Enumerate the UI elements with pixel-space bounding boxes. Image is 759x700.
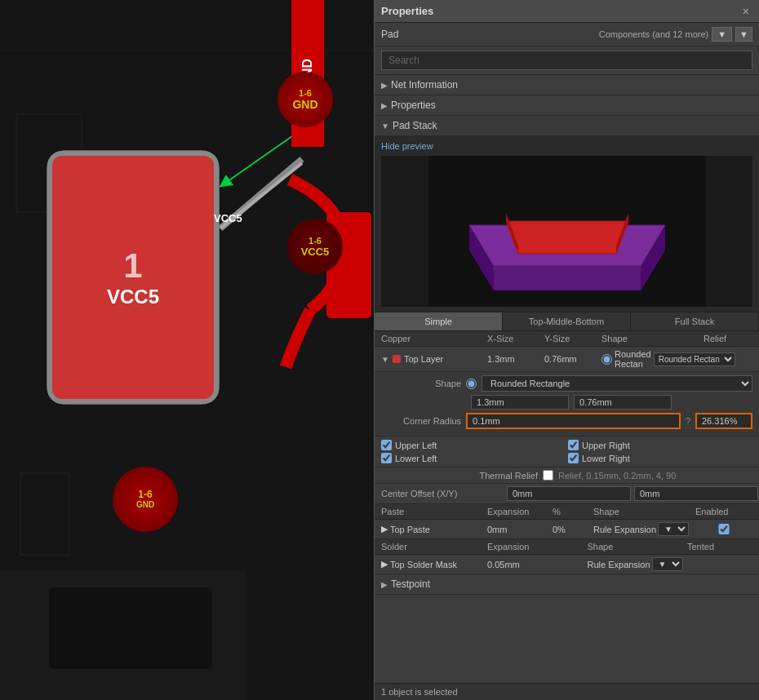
corner-radius-label: Corner Radius (388, 416, 461, 426)
dropdown-button[interactable]: ▼ (735, 27, 752, 42)
x-size-input[interactable] (471, 395, 569, 410)
checkboxes-section: Upper Left Upper Right Lower Left Lower … (375, 436, 759, 467)
top-layer-name: Top Layer (404, 354, 443, 364)
layer-name-cell: ▼ Top Layer (381, 354, 487, 364)
top-paste-percent: 0% (553, 525, 593, 534)
vcc5-side-label: VCC5 (214, 212, 242, 224)
net-info-arrow: ▶ (381, 81, 388, 90)
solder-table-header: Solder Expansion Shape Tented (375, 539, 759, 555)
top-paste-enabled[interactable] (695, 524, 752, 534)
preview-area: Hide preview (375, 136, 759, 312)
upper-right-label: Upper Right (582, 441, 630, 450)
upper-left-checkbox[interactable] (381, 440, 392, 450)
shape-row: Shape Rounded Rectangle (388, 375, 752, 392)
net-information-header[interactable]: ▶ Net Information (375, 75, 759, 95)
upper-left-item: Upper Left (381, 440, 566, 450)
top-paste-shape-cell: Rule Expansion ▼ (593, 522, 695, 536)
properties-label: Properties (391, 100, 436, 111)
solder-col-expansion: Expansion (487, 542, 588, 552)
padstack-arrow: ▼ (381, 122, 389, 131)
top-paste-expand-icon: ▶ (381, 524, 388, 534)
top-solder-expand-icon: ▶ (381, 559, 388, 569)
lower-right-label: Lower Right (582, 454, 630, 463)
expanded-shape-section: Shape Rounded Rectangle Corner Radius ? (375, 372, 759, 436)
gnd-bottom-pin: 1-6 (138, 490, 152, 500)
upper-right-checkbox[interactable] (568, 440, 579, 450)
col-y-size: Y-Size (544, 334, 601, 343)
layer-expand-icon: ▼ (381, 355, 389, 364)
vcc5-pad[interactable]: 1 VCC5 (47, 151, 219, 404)
close-button[interactable]: × (739, 5, 752, 18)
top-solder-label: Top Solder Mask (390, 560, 457, 569)
pcb-canvas: GND 1-6 GND 1 VCC5 VCC5 1-6 VCC5 1-6 GND (0, 0, 374, 700)
top-layer-ysize: 0.76mm (544, 354, 601, 364)
top-layer-xsize: 1.3mm (487, 354, 544, 364)
thermal-label: Thermal Relief (464, 471, 538, 481)
hide-preview-link[interactable]: Hide preview (381, 141, 752, 151)
tab-top-middle-bottom[interactable]: Top-Middle-Bottom (503, 312, 631, 330)
paste-table-header: Paste Expansion % Shape Enabled (375, 504, 759, 520)
padstack-header[interactable]: ▼ Pad Stack (375, 116, 759, 136)
top-paste-name-cell: ▶ Top Paste (381, 524, 487, 534)
gnd-bottom-label: GND (136, 500, 154, 509)
lower-right-checkbox[interactable] (568, 453, 579, 463)
top-paste-shape-dropdown[interactable]: ▼ (658, 522, 689, 536)
top-layer-shape: Rounded Rectan (615, 349, 651, 369)
shape-dropdown[interactable]: Rounded Rectangle (482, 375, 752, 392)
filter-button[interactable]: ▼ (712, 27, 732, 42)
components-text: Components (and 12 more) (599, 29, 709, 39)
checkboxes-grid: Upper Left Upper Right Lower Left Lower … (381, 440, 752, 463)
layer-color-dot (393, 355, 401, 363)
status-text: 1 object is selected (381, 687, 458, 697)
tab-simple[interactable]: Simple (375, 312, 503, 330)
y-size-input[interactable] (574, 395, 672, 410)
search-row (375, 47, 759, 75)
shape-radio[interactable] (601, 354, 612, 365)
corner-help-icon[interactable]: ? (686, 416, 690, 426)
scrollable-content: ▶ Net Information ▶ Properties ▼ Pad Sta… (375, 75, 759, 683)
lower-left-checkbox[interactable] (381, 453, 392, 463)
thermal-checkbox[interactable] (543, 470, 553, 481)
solder-col-tented: Tented (687, 542, 752, 552)
top-solder-name-cell: ▶ Top Solder Mask (381, 559, 487, 569)
gnd-pin-label: 1-6 (299, 88, 312, 98)
tab-full-stack[interactable]: Full Stack (631, 312, 759, 330)
pad-number: 1 (123, 246, 142, 286)
gnd-net-label: GND (292, 98, 317, 111)
upper-right-item: Upper Right (568, 440, 752, 450)
paste-col-paste: Paste (381, 507, 487, 516)
paste-col-percent: % (553, 507, 593, 516)
shape-radio-btn[interactable] (466, 379, 477, 389)
paste-col-shape: Shape (593, 507, 695, 516)
panel-header: Properties × (375, 0, 759, 23)
center-offset-label: Center Offset (X/Y) (381, 489, 504, 498)
top-solder-shape-cell: Rule Expansion ▼ (588, 557, 688, 571)
corner-percent-input[interactable] (695, 413, 752, 429)
pad-row: Pad Components (and 12 more) ▼ ▼ (375, 23, 759, 47)
gnd-top-circle: 1-6 GND (277, 72, 333, 127)
panel-title: Properties (381, 5, 433, 17)
copper-table-header: Copper X-Size Y-Size Shape Relief (375, 331, 759, 347)
properties-section-header[interactable]: ▶ Properties (375, 95, 759, 116)
vcc5-circle: 1-6 VCC5 (287, 219, 343, 274)
padstack-label: Pad Stack (393, 120, 437, 131)
top-solder-row: ▶ Top Solder Mask 0.05mm Rule Expansion … (375, 555, 759, 574)
search-input[interactable] (381, 51, 752, 70)
paste-col-enabled: Enabled (695, 507, 752, 516)
col-copper: Copper (381, 334, 487, 343)
stack-tabs: Simple Top-Middle-Bottom Full Stack (375, 312, 759, 331)
col-relief: Relief (704, 334, 752, 343)
upper-left-label: Upper Left (395, 441, 437, 450)
lower-right-item: Lower Right (568, 453, 752, 463)
top-solder-shape-dropdown[interactable]: ▼ (652, 557, 683, 571)
corner-radius-input[interactable] (466, 413, 681, 429)
properties-panel: Properties × Pad Components (and 12 more… (374, 0, 759, 700)
shape-select-inline[interactable]: Rounded Rectan (654, 352, 735, 366)
testpoint-label: Testpoint (391, 578, 430, 590)
top-paste-label: Top Paste (390, 525, 430, 534)
center-offset-y[interactable] (634, 486, 758, 501)
testpoint-section[interactable]: ▶ Testpoint (375, 574, 759, 595)
center-offset-x[interactable] (507, 486, 631, 501)
top-layer-row[interactable]: ▼ Top Layer 1.3mm 0.76mm Rounded Rectan … (375, 347, 759, 372)
svg-rect-6 (49, 587, 212, 669)
